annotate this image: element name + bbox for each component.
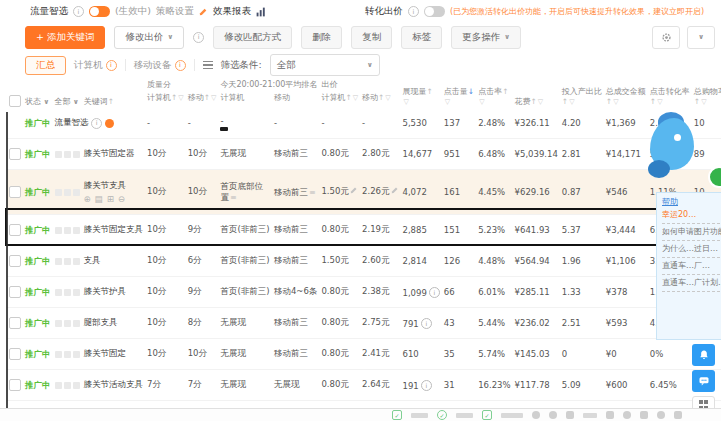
- toolbar-icon[interactable]: [566, 411, 574, 419]
- keyword-label[interactable]: 膝关节固定器: [84, 148, 135, 158]
- bid-pc-cell[interactable]: 1.50元: [321, 255, 348, 265]
- edit-icon[interactable]: [350, 187, 358, 196]
- table-row[interactable]: 推广中 腿部支具 i ⊕▤⊞⊖ 10分 8分 无展现≡ 移动前三≡ 0.80元 …: [7, 308, 721, 339]
- tab-pc[interactable]: 计算机i: [74, 59, 117, 72]
- header-gmv[interactable]: 总成交金额↑▽: [604, 76, 648, 108]
- header-impressions[interactable]: 展现量↑▽: [401, 76, 442, 108]
- table-row[interactable]: 推广中 膝关节固定器 i ⊕▤⊞⊖ 10分 10分 无展现≡ 移动前三≡ 0.8…: [7, 139, 721, 170]
- feedback-button[interactable]: [692, 370, 715, 392]
- help-link[interactable]: 直通车…厂…: [662, 258, 721, 275]
- subheader-pc[interactable]: 计算机↑▽: [145, 91, 186, 108]
- table-row[interactable]: 推广中 流量智选 i ⊕▤⊞⊖ - - -≡ -≡ - - 5,530 137 …: [7, 108, 721, 139]
- header-cvr[interactable]: 点击转化率↑▽: [648, 76, 692, 108]
- delete-button[interactable]: 删除: [301, 26, 342, 49]
- edit-icon[interactable]: [391, 187, 399, 196]
- toolbar-circle-icon[interactable]: ✓: [437, 410, 447, 420]
- bid-pc-cell[interactable]: -: [321, 118, 324, 128]
- bid-mobile-cell[interactable]: 2.19元: [362, 224, 389, 234]
- toolbar-icon[interactable]: [640, 411, 648, 419]
- toolbar-icon[interactable]: [532, 411, 540, 419]
- header-cost[interactable]: 花费↑▽: [513, 76, 560, 108]
- table-row[interactable]: 推广中 膝关节护具 i ⊕▤⊞⊖ 10分 9分 首页(非前三)≡ 移动4~6条≡…: [7, 277, 721, 308]
- help-link[interactable]: 幸运20…: [662, 207, 721, 224]
- copy-button[interactable]: 复制: [351, 26, 392, 49]
- keyword-label[interactable]: 支具: [84, 255, 101, 265]
- keyword-label[interactable]: 膝关节活动支具: [84, 379, 144, 389]
- keyword-label[interactable]: 腿部支具: [84, 317, 118, 327]
- info-icon[interactable]: i: [193, 32, 204, 43]
- row-checkbox[interactable]: [9, 224, 21, 236]
- info-icon[interactable]: i: [73, 6, 84, 17]
- add-keyword-button[interactable]: + 添加关键词: [25, 26, 105, 49]
- bid-pc-cell[interactable]: 1.50元: [321, 186, 348, 196]
- table-row[interactable]: 推广中 支具 i ⊕▤⊞⊖ 10分 6分 首页(非前三)≡ 移动前三≡ 1.50…: [7, 246, 721, 277]
- bid-pc-cell[interactable]: 0.80元: [321, 379, 348, 389]
- convert-bid-toggle[interactable]: [424, 6, 445, 17]
- tag-button[interactable]: 标签: [401, 26, 442, 49]
- toolbar-check-icon[interactable]: ✓: [482, 410, 492, 420]
- tab-summary[interactable]: 汇总: [25, 56, 66, 75]
- info-icon[interactable]: i: [91, 118, 102, 129]
- tab-mobile[interactable]: 移动设备i: [134, 59, 186, 72]
- row-checkbox[interactable]: [9, 148, 21, 160]
- keyword-label[interactable]: 膝关节固定支具: [84, 224, 144, 234]
- info-icon[interactable]: i: [429, 287, 440, 298]
- flow-smart-toggle[interactable]: [89, 6, 110, 17]
- row-checkbox[interactable]: [9, 317, 21, 329]
- subheader-pc[interactable]: 计算机↑▽: [319, 91, 360, 108]
- report-link[interactable]: 效果报表: [213, 5, 251, 18]
- row-checkbox[interactable]: [9, 286, 21, 298]
- toolbar-icon[interactable]: [549, 411, 557, 419]
- filter-select[interactable]: 全部∨: [270, 54, 380, 76]
- help-panel-header-link[interactable]: 帮助: [662, 196, 721, 207]
- bid-pc-cell[interactable]: 0.80元: [321, 348, 348, 358]
- header-ctr[interactable]: 点击率↑▽: [476, 76, 512, 108]
- toolbar-icon[interactable]: [674, 411, 682, 419]
- bid-mobile-cell[interactable]: 2.64元: [362, 379, 389, 389]
- toolbar-icon[interactable]: [606, 411, 614, 419]
- header-roi[interactable]: 投入产出比↑▽: [560, 76, 604, 108]
- table-row[interactable]: 推广中 膝关节活动支具 i ⊕▤⊞⊖ 7分 7分 无展现≡ 无展现≡ 0.80元…: [7, 370, 721, 401]
- bid-mobile-cell[interactable]: -: [362, 118, 365, 128]
- row-checkbox[interactable]: [9, 186, 21, 198]
- bid-pc-cell[interactable]: 0.80元: [321, 286, 348, 296]
- help-link[interactable]: 为什么…过日…: [662, 241, 721, 258]
- info-icon[interactable]: i: [408, 6, 419, 17]
- header-cart[interactable]: 总购物车数↑▽: [692, 76, 721, 108]
- bid-mobile-cell[interactable]: 2.75元: [362, 317, 389, 327]
- pencil-icon[interactable]: [199, 7, 208, 16]
- rank-trend-icon[interactable]: ≡: [230, 193, 237, 202]
- strategy-settings-link[interactable]: 策略设置: [156, 5, 194, 18]
- table-row[interactable]: 推广中 膝关节支具 i ⊕▤⊞⊖ 10分 10分 首页底部位置≡ 移动前三≡ 1…: [7, 170, 721, 215]
- keyword-action-icons[interactable]: ⊕▤⊞⊖: [84, 194, 129, 204]
- help-link[interactable]: 如何申请图片功能…: [662, 224, 721, 241]
- bid-mobile-cell[interactable]: 2.26元: [362, 186, 389, 196]
- keyword-label[interactable]: 流量智选: [55, 117, 89, 127]
- more-actions-dropdown[interactable]: 更多操作∨: [451, 26, 521, 49]
- table-row[interactable]: 推广中 膝关节固定支具 i ⊕▤⊞⊖ 10分 9分 首页(非前三)≡ 移动前三≡…: [7, 215, 721, 246]
- bar-chart-icon[interactable]: [256, 7, 266, 17]
- bid-mobile-cell[interactable]: 2.38元: [362, 286, 389, 296]
- info-icon[interactable]: i: [421, 380, 432, 391]
- modify-match-button[interactable]: 修改匹配方式: [213, 26, 292, 49]
- bid-pc-cell[interactable]: 0.80元: [321, 224, 348, 234]
- toolbar-icon[interactable]: [657, 411, 665, 419]
- help-link[interactable]: 直通车…广计划…: [662, 275, 721, 292]
- row-checkbox[interactable]: [9, 348, 21, 360]
- rank-trend-icon[interactable]: ≡: [309, 188, 316, 197]
- row-checkbox[interactable]: [9, 255, 21, 267]
- header-status[interactable]: 状态 ∨: [7, 76, 53, 108]
- row-checkbox[interactable]: [9, 379, 21, 391]
- toolbar-icon[interactable]: [623, 411, 631, 419]
- collapse-button[interactable]: ∨: [687, 26, 715, 49]
- select-all-checkbox[interactable]: [9, 95, 21, 107]
- subheader-mobile[interactable]: 移动↑▽: [360, 91, 400, 108]
- info-icon[interactable]: i: [421, 318, 432, 329]
- bid-mobile-cell[interactable]: 2.80元: [362, 148, 389, 158]
- keyword-label[interactable]: 膝关节护具: [84, 286, 127, 296]
- bid-mobile-cell[interactable]: 2.60元: [362, 255, 389, 265]
- settings-button[interactable]: [652, 26, 680, 49]
- header-keyword[interactable]: 全部 ∨ 关键词↑: [53, 76, 146, 108]
- bid-pc-cell[interactable]: 0.80元: [321, 148, 348, 158]
- table-row[interactable]: 推广中 膝关节固定 i ⊕▤⊞⊖ 10分 10分 无展现≡ 移动前三≡ 0.80…: [7, 339, 721, 370]
